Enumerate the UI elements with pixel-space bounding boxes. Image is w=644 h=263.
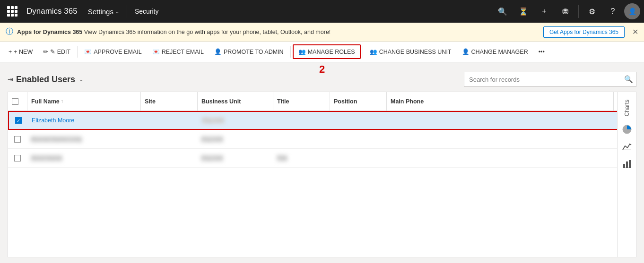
new-button[interactable]: + + NEW	[4, 46, 37, 58]
td-fullname-2: Blurred Name Long	[27, 130, 140, 148]
more-icon: •••	[539, 49, 545, 55]
td-checkbox-1[interactable]: ✓	[9, 112, 28, 129]
td-title-1	[274, 112, 331, 129]
search-wrap: 🔍	[464, 72, 636, 87]
row1-checkbox[interactable]: ✓	[15, 117, 22, 124]
edit-button[interactable]: ✏ ✎ EDIT	[38, 45, 75, 58]
info-banner-text: Apps for Dynamics 365 View Dynamics 365 …	[17, 29, 540, 35]
settings-label: Settings	[88, 8, 113, 16]
svg-rect-4	[629, 160, 631, 168]
td-position-2	[330, 130, 386, 148]
view-title: Enabled Users	[16, 75, 75, 85]
row3-name: Short Name	[31, 155, 62, 161]
user-avatar[interactable]: 👤	[624, 3, 640, 19]
view-title-wrap: ⇥ Enabled Users ⌄	[8, 75, 84, 85]
settings-menu[interactable]: Settings ⌄	[82, 8, 125, 16]
reject-email-button[interactable]: 💌 REJECT EMAIL	[148, 45, 209, 58]
history-button[interactable]: ⏳	[514, 2, 533, 21]
promote-admin-button[interactable]: 👤 PROMOTE TO ADMIN	[209, 45, 288, 58]
line-chart-button[interactable]	[619, 139, 635, 154]
svg-rect-1	[623, 150, 631, 150]
view-dropdown-icon[interactable]: ⌄	[79, 76, 84, 83]
view-header: ⇥ Enabled Users ⌄ 🔍	[8, 68, 636, 92]
th-mainphone-label: Main Phone	[391, 98, 424, 105]
approve-email-label: APPROVE EMAIL	[94, 49, 141, 55]
table-row[interactable]: Short Name Org Unit Title	[8, 149, 636, 168]
th-checkbox	[8, 92, 27, 110]
td-site-3	[140, 149, 197, 167]
add-button[interactable]: +	[535, 2, 554, 21]
cmd-separator-3	[363, 46, 363, 58]
th-title-label: Title	[277, 98, 289, 105]
td-bu-3: Org Unit	[197, 149, 273, 167]
promote-icon: 👤	[214, 48, 222, 55]
td-phone-1	[387, 112, 635, 129]
table-row[interactable]: ✓ Elizabeth Moore Org Unit	[8, 111, 636, 130]
cmd-separator-1	[77, 46, 78, 58]
pie-chart-icon	[622, 124, 632, 135]
help-button[interactable]: ?	[603, 2, 622, 21]
td-checkbox-3[interactable]	[8, 149, 27, 167]
manage-roles-label: MANAGE ROLES	[308, 49, 355, 55]
change-bu-icon: 👥	[370, 48, 377, 55]
row3-bu: Org Unit	[201, 155, 223, 161]
td-bu-2: Org Unit	[197, 130, 273, 148]
row3-checkbox[interactable]	[14, 155, 21, 161]
search-button[interactable]: 🔍	[493, 2, 512, 21]
td-site-2	[140, 130, 197, 148]
filter-button[interactable]: ⛃	[556, 2, 574, 21]
topbar-icons: 🔍 ⏳ + ⛃ ⚙ ? 👤	[493, 2, 640, 21]
line-chart-icon	[622, 141, 632, 152]
svg-rect-3	[626, 161, 628, 168]
th-fullname-sort-icon: ↑	[61, 99, 63, 104]
bar-chart-button[interactable]	[619, 156, 635, 171]
table-row	[8, 168, 636, 191]
row2-checkbox[interactable]	[14, 136, 21, 143]
get-apps-button[interactable]: Get Apps for Dynamics 365	[543, 26, 625, 38]
new-icon: +	[9, 49, 12, 55]
change-manager-icon: 👤	[462, 48, 470, 55]
change-bu-button[interactable]: 👥 CHANGE BUSINESS UNIT	[365, 45, 456, 58]
change-manager-button[interactable]: 👤 CHANGE MANAGER	[457, 45, 533, 58]
th-mainphone: Main Phone	[386, 92, 613, 110]
manage-roles-icon: 👥	[298, 48, 306, 55]
td-position-1	[331, 112, 387, 129]
waffle-menu-button[interactable]	[4, 3, 21, 20]
charts-label[interactable]: Charts	[624, 96, 630, 120]
approve-email-button[interactable]: 💌 APPROVE EMAIL	[79, 45, 146, 58]
topbar-divider	[127, 5, 127, 18]
row1-name-link[interactable]: Elizabeth Moore	[32, 117, 74, 124]
manage-roles-button[interactable]: 👥 MANAGE ROLES	[293, 44, 361, 59]
td-title-2	[273, 130, 330, 148]
row3-title: Title	[277, 155, 287, 161]
td-position-3	[330, 149, 386, 167]
svg-rect-2	[623, 164, 625, 168]
edit-icon: ✏	[43, 48, 48, 55]
td-site-1	[141, 112, 198, 129]
td-fullname-1: Elizabeth Moore	[28, 112, 141, 129]
search-button[interactable]: 🔍	[621, 72, 636, 87]
search-input[interactable]	[464, 76, 621, 83]
table-row[interactable]: Blurred Name Long Org Unit	[8, 130, 636, 149]
td-bu-1: Org Unit	[198, 112, 274, 129]
bar-chart-icon	[622, 158, 632, 169]
td-checkbox-2[interactable]	[8, 130, 27, 148]
reject-email-label: REJECT EMAIL	[162, 49, 204, 55]
th-position: Position	[330, 92, 386, 110]
promote-label: PROMOTE TO ADMIN	[224, 49, 284, 55]
td-title-3: Title	[273, 149, 330, 167]
info-icon: ⓘ	[6, 27, 13, 37]
close-banner-button[interactable]: ✕	[632, 27, 638, 36]
row1-container: ✓ Elizabeth Moore Org Unit 1	[8, 111, 636, 130]
approve-email-icon: 💌	[84, 48, 92, 55]
th-site: Site	[140, 92, 197, 110]
settings-gear-button[interactable]: ⚙	[583, 2, 601, 21]
commandbar: + + NEW ✏ ✎ EDIT 💌 APPROVE EMAIL 💌 REJEC…	[0, 42, 644, 62]
pie-chart-button[interactable]	[619, 122, 635, 137]
row2-name: Blurred Name Long	[31, 136, 82, 143]
header-checkbox[interactable]	[12, 98, 18, 105]
table-wrap: Full Name ↑ Site Business Unit Title Pos…	[8, 92, 636, 257]
security-label: Security	[129, 8, 165, 15]
table-header: Full Name ↑ Site Business Unit Title Pos…	[8, 92, 636, 111]
more-button[interactable]: •••	[534, 46, 549, 58]
